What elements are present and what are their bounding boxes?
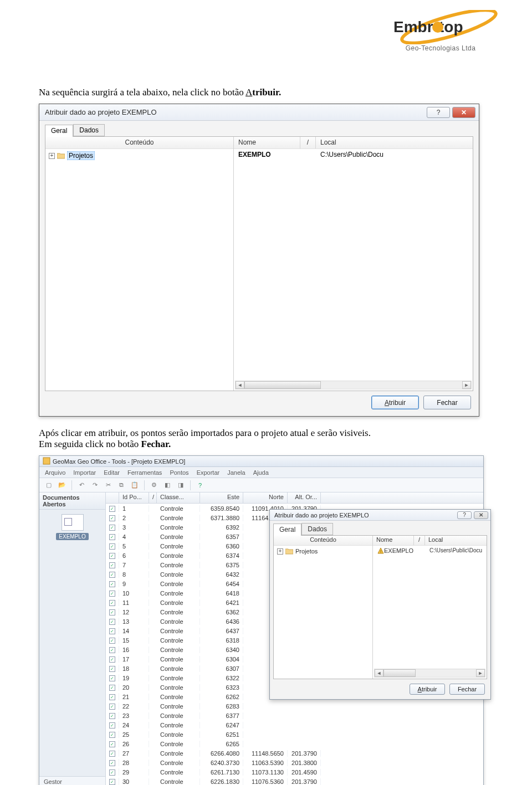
col-check[interactable] [106,492,119,503]
left-tab-gestor[interactable]: Gestor [39,776,105,785]
col-id[interactable]: Id Po... [119,492,149,503]
expand-icon[interactable]: + [277,548,283,555]
row-checkbox[interactable]: ✓ [109,543,115,550]
table-row[interactable]: ✓30Controle6226.183011076.5360201.3790 [106,777,483,785]
table-row[interactable]: ✓22Controle6283 [106,701,483,711]
row-checkbox[interactable]: ✓ [109,591,115,597]
copy-icon[interactable]: ⧉ [116,480,126,490]
col-nome[interactable]: Nome [234,137,300,148]
row-checkbox[interactable]: ✓ [109,694,115,700]
row-checkbox[interactable]: ✓ [109,760,115,766]
row-checkbox[interactable]: ✓ [109,619,115,625]
dialog-titlebar[interactable]: Atribuir dado ao projeto EXEMPLO ? ✕ [39,104,479,121]
left-header-conteudo[interactable]: Conteúdo [274,536,372,545]
menu-item[interactable]: Pontos [170,469,188,476]
tool3-icon[interactable]: ◨ [176,480,186,490]
fechar-button[interactable]: Fechar [423,396,471,409]
tab-dados[interactable]: Dados [73,124,105,136]
menu-item[interactable]: Exportar [197,469,220,476]
table-row[interactable]: ✓29Controle6261.713011073.1130201.4590 [106,767,483,777]
close-button[interactable]: ✕ [452,107,475,118]
new-icon[interactable]: ▢ [44,480,54,490]
help-icon[interactable]: ? [195,480,205,490]
left-header-conteudo[interactable]: Conteúdo [45,137,233,148]
dialog-titlebar[interactable]: Atribuir dado ao projeto EXEMPLO ? ✕ [270,510,490,521]
cut-icon[interactable]: ✂ [103,480,113,490]
tool-icon[interactable]: ⚙ [149,480,159,490]
row-checkbox[interactable]: ✓ [109,562,115,568]
row-checkbox[interactable]: ✓ [109,638,115,644]
col-sep[interactable]: / [414,536,425,545]
col-local[interactable]: Local [425,536,487,545]
row-checkbox[interactable]: ✓ [109,685,115,691]
tree-root-row[interactable]: + Projetos [49,151,230,160]
undo-icon[interactable]: ↶ [76,480,86,490]
row-checkbox[interactable]: ✓ [109,656,115,663]
tab-geral[interactable]: Geral [45,125,73,137]
row-checkbox[interactable]: ✓ [109,581,115,587]
menu-item[interactable]: Ferramentas [127,469,162,476]
atribuir-button[interactable]: Atribuir [410,684,445,695]
row-checkbox[interactable]: ✓ [109,506,115,512]
scroll-thumb[interactable] [244,381,321,389]
row-checkbox[interactable]: ✓ [109,779,115,785]
list-row[interactable]: ! EXEMPLO C:\Users\Public\Docu [373,546,487,556]
horizontal-scrollbar[interactable]: ◄ ► [374,669,485,678]
col-norte[interactable]: Norte [243,492,288,503]
table-row[interactable]: ✓26Controle6265 [106,739,483,748]
project-thumbnail-icon[interactable] [62,514,84,531]
tool2-icon[interactable]: ◧ [162,480,172,490]
table-row[interactable]: ✓24Controle6247 [106,720,483,730]
help-button[interactable]: ? [457,511,472,519]
col-local[interactable]: Local [316,137,473,148]
row-checkbox[interactable]: ✓ [109,675,115,681]
col-classe[interactable]: Classe... [157,492,200,503]
row-checkbox[interactable]: ✓ [109,572,115,578]
scroll-left-icon[interactable]: ◄ [236,381,244,389]
row-checkbox[interactable]: ✓ [109,525,115,531]
row-checkbox[interactable]: ✓ [109,647,115,653]
atribuir-button[interactable]: Atribuir [371,396,419,409]
row-checkbox[interactable]: ✓ [109,534,115,540]
tab-geral[interactable]: Geral [273,524,301,536]
menu-item[interactable]: Ajuda [253,469,269,476]
horizontal-scrollbar[interactable]: ◄ ► [235,381,472,389]
app-titlebar[interactable]: GeoMax Geo Office - Tools - [Projeto EXE… [39,456,483,467]
menu-item[interactable]: Arquivo [45,469,65,476]
redo-icon[interactable]: ↷ [90,480,100,490]
scroll-right-icon[interactable]: ► [476,669,485,677]
menu-item[interactable]: Importar [73,469,96,476]
fechar-button[interactable]: Fechar [449,684,485,695]
row-checkbox[interactable]: ✓ [109,609,115,615]
col-sep[interactable]: / [300,137,316,148]
tree-root-row[interactable]: + Projetos [277,548,369,555]
table-row[interactable]: ✓28Controle6240.373011063.5390201.3800 [106,758,483,767]
table-row[interactable]: ✓25Controle6251 [106,730,483,739]
row-checkbox[interactable]: ✓ [109,704,115,710]
scroll-right-icon[interactable]: ► [462,381,471,389]
list-row[interactable]: EXEMPLO C:\Users\Public\Docu [234,149,473,160]
row-checkbox[interactable]: ✓ [109,553,115,559]
col-alt[interactable]: Alt. Or... [288,492,321,503]
table-row[interactable]: ✓23Controle6377 [106,711,483,720]
scroll-left-icon[interactable]: ◄ [375,669,383,677]
row-checkbox[interactable]: ✓ [109,722,115,728]
col-sep[interactable]: / [149,492,157,503]
menu-item[interactable]: Editar [104,469,120,476]
scroll-thumb[interactable] [383,669,416,677]
row-checkbox[interactable]: ✓ [109,732,115,738]
row-checkbox[interactable]: ✓ [109,741,115,747]
help-button[interactable]: ? [427,107,450,118]
close-button[interactable]: ✕ [474,511,488,519]
paste-icon[interactable]: 📋 [130,480,140,490]
table-row[interactable]: ✓27Controle6266.408011148.5650201.3790 [106,748,483,758]
row-checkbox[interactable]: ✓ [109,600,115,606]
tab-dados[interactable]: Dados [301,523,333,535]
row-checkbox[interactable]: ✓ [109,751,115,757]
row-checkbox[interactable]: ✓ [109,769,115,776]
col-nome[interactable]: Nome [373,536,414,545]
menu-item[interactable]: Janela [227,469,245,476]
row-checkbox[interactable]: ✓ [109,713,115,719]
col-este[interactable]: Este [200,492,243,503]
open-icon[interactable]: 📂 [57,480,67,490]
